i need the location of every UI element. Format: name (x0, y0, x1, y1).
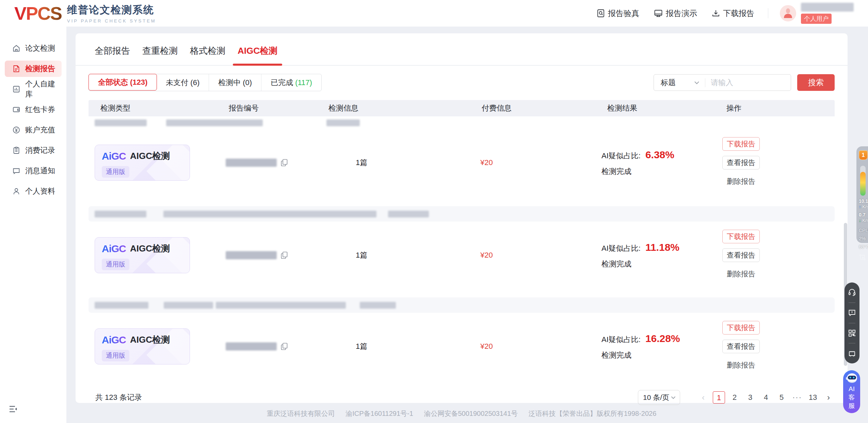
filter-unpaid[interactable]: 未支付 (6) (157, 74, 209, 91)
check-result: AI疑似占比: 6.38% 检测完成 (595, 149, 714, 177)
user-account[interactable]: 个人用户 (780, 3, 854, 24)
footer-copyright: 泛语科技【荣誉出品】版权所有1998-2026 (529, 410, 657, 417)
delete-report-button[interactable]: 删除报告 (722, 358, 760, 372)
download-report-button[interactable]: 下载报告 (722, 137, 760, 151)
search-field-select[interactable]: 标题 (654, 78, 705, 88)
filter-unpaid-count: (6) (190, 78, 199, 87)
sidebar-item-spend-records[interactable]: 消费记录 (5, 142, 62, 159)
page-button-13[interactable]: 13 (807, 391, 819, 404)
page-button-5[interactable]: 5 (775, 391, 788, 404)
chevron-down-icon (671, 396, 676, 399)
table-row: AiGC AIGC检测 通用版 1篇 ¥20 (89, 222, 835, 289)
search-button[interactable]: 搜索 (797, 74, 835, 91)
page-footer: 重庆泛语科技有限公司 渝ICP备16011291号-1 渝公网安备5001900… (76, 409, 848, 418)
page-button-3[interactable]: 3 (744, 391, 756, 404)
total-records: 共 123 条记录 (89, 392, 142, 403)
ai-suspect-percent: 16.28% (645, 333, 680, 344)
page-button-4[interactable]: 4 (760, 391, 772, 404)
filter-checking[interactable]: 检测中 (0) (209, 74, 261, 91)
avatar (780, 5, 796, 21)
message-icon (12, 167, 20, 175)
sidebar-item-reports[interactable]: 检测报告 (5, 61, 62, 77)
download-report-button[interactable]: 下载报告 (722, 321, 760, 335)
report-number-redacted (226, 251, 277, 259)
page-ellipsis[interactable]: ··· (791, 391, 803, 404)
sidebar-item-paper-check[interactable]: 论文检测 (5, 40, 62, 56)
next-page-icon[interactable]: › (822, 391, 835, 404)
clipboard-icon (12, 146, 20, 154)
view-report-button[interactable]: 查看报告 (722, 248, 760, 262)
search-input-group: 标题 (654, 74, 791, 91)
filter-completed[interactable]: 已完成 (117) (261, 74, 321, 91)
page-button-1[interactable]: 1 (713, 391, 725, 404)
delete-report-button[interactable]: 删除报告 (722, 175, 760, 188)
system-monitor-widget[interactable]: 1 10.1 ↑ K/s 0.7 ↓ K/s CPU 2% 63°C (856, 146, 868, 243)
sidebar-collapse-icon[interactable] (9, 405, 18, 413)
aigc-logo: AiGC (102, 334, 126, 346)
download-report-button[interactable]: 下载报告 (722, 230, 760, 243)
view-report-button[interactable]: 查看报告 (722, 340, 760, 353)
cpu-percent: 2% (859, 236, 868, 241)
feedback-icon[interactable] (848, 309, 856, 316)
tab-all-reports[interactable]: 全部报告 (95, 45, 130, 65)
sidebar-item-coupons[interactable]: 红包卡券 (5, 101, 62, 118)
copy-icon[interactable] (281, 159, 288, 166)
copy-icon[interactable] (281, 343, 288, 350)
page-button-2[interactable]: 2 (728, 391, 741, 404)
sidebar-item-profile[interactable]: 个人资料 (5, 183, 62, 199)
page-size-select[interactable]: 10 条/页 (638, 390, 680, 405)
sidebar-item-personal-library[interactable]: 个人自建库 (5, 81, 62, 97)
sidebar-item-notifications[interactable]: 消息通知 (5, 163, 62, 179)
prev-page-icon[interactable]: ‹ (697, 391, 709, 404)
yen-coin-icon (12, 126, 20, 134)
arrow-up-icon: ↑ (859, 204, 861, 209)
report-type-tabs: 全部报告 查重检测 格式检测 AIGC检测 (76, 33, 848, 66)
table-header-row: 检测类型 报告编号 检测信息 付费信息 检测结果 操作 (89, 100, 835, 116)
brand-title: 维普论文检测系统 (67, 3, 156, 17)
search-input[interactable] (705, 78, 791, 87)
record-title-row (89, 206, 835, 222)
view-report-button[interactable]: 查看报告 (722, 156, 760, 169)
filter-all-count: (123) (130, 78, 147, 87)
paper-count: 1篇 (317, 250, 367, 260)
check-status: 检测完成 (601, 259, 714, 269)
download-report-link[interactable]: 下载报告 (712, 8, 754, 19)
filter-all-status[interactable]: 全部状态 (123) (89, 74, 157, 91)
report-verify-link[interactable]: 报告验真 (597, 8, 639, 19)
qrcode-icon[interactable] (848, 329, 856, 337)
footer-company: 重庆泛语科技有限公司 (267, 410, 335, 417)
pagination-bar: 共 123 条记录 10 条/页 ‹ 1 2 3 4 5 ··· 13 › (89, 387, 835, 408)
check-result: AI疑似占比: 11.18% 检测完成 (595, 242, 714, 269)
tab-plagiarism-check[interactable]: 查重检测 (142, 45, 178, 65)
copy-icon[interactable] (281, 251, 288, 259)
aigc-type-card: AiGC AIGC检测 通用版 (95, 328, 190, 364)
username-redacted (801, 3, 854, 12)
screenshot-crop-icon[interactable] (859, 254, 868, 261)
cpu-label: CPU (859, 228, 868, 233)
chevron-down-icon (694, 81, 700, 84)
net-down-value: 0.7 (859, 212, 868, 217)
report-demo-link[interactable]: 报告演示 (654, 8, 697, 19)
tab-format-check[interactable]: 格式检测 (190, 45, 225, 65)
brand-subtitle: VIP PAPER CHECK SYSTEM (67, 18, 156, 23)
home-icon (12, 44, 20, 52)
col-pay-info: 付费信息 (470, 103, 595, 113)
record-title-row (89, 116, 835, 129)
delete-report-button[interactable]: 删除报告 (722, 267, 760, 281)
sidebar-item-recharge[interactable]: 账户充值 (5, 122, 62, 138)
robot-icon (845, 373, 858, 384)
footer-icp: 渝ICP备16011291号-1 (345, 410, 413, 417)
col-check-type: 检测类型 (89, 103, 217, 113)
toolbar-divider (849, 323, 855, 323)
tab-aigc-check[interactable]: AIGC检测 (238, 45, 277, 65)
report-number (226, 342, 288, 351)
report-verify-icon (597, 9, 605, 17)
shield-badge: 1 (859, 150, 868, 160)
ai-service-label: AI 客 服 (849, 385, 855, 410)
aigc-type-card: AiGC AIGC检测 通用版 (95, 237, 190, 273)
ticket-icon[interactable] (848, 350, 856, 357)
col-actions: 操作 (714, 103, 835, 113)
ai-customer-service-button[interactable]: AI 客 服 (843, 370, 860, 413)
headset-service-icon[interactable] (848, 289, 856, 296)
price: ¥20 (470, 342, 493, 351)
